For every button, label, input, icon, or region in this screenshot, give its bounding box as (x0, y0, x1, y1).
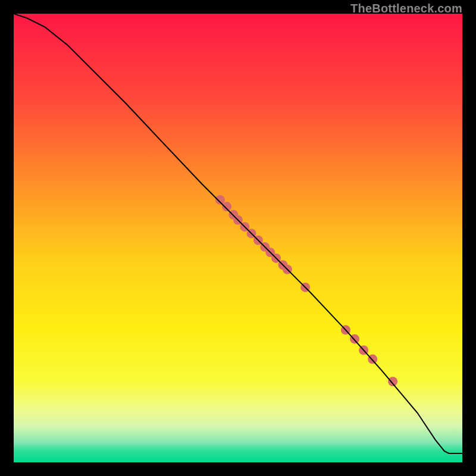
curve-marker (215, 195, 225, 205)
plot-background (14, 14, 462, 462)
curve-marker (222, 202, 231, 211)
curve-marker (388, 377, 397, 386)
chart-stage: TheBottleneck.com (0, 0, 476, 476)
watermark-text: TheBottleneck.com (350, 2, 462, 15)
chart-plot (14, 14, 462, 462)
